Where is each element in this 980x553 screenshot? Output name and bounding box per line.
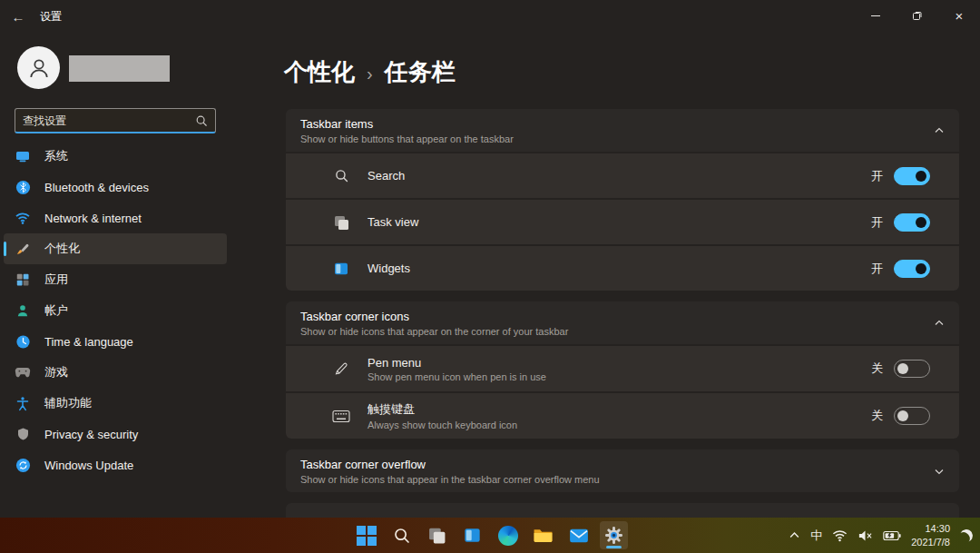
card-corner-icons: Taskbar corner icons Show or hide icons … <box>286 301 959 439</box>
search-icon <box>393 527 411 545</box>
system-tray: 中 14:30 2021/7/8 <box>789 518 973 553</box>
chevron-up-icon[interactable] <box>934 125 945 136</box>
row-label: 触摸键盘 <box>368 401 517 418</box>
sidebar-item-label: 应用 <box>44 272 68 288</box>
sidebar-item-label: 个性化 <box>44 241 80 257</box>
edge-button[interactable] <box>494 521 522 549</box>
titlebar: ← 设置 × <box>0 0 980 33</box>
section-title: Taskbar corner icons <box>300 310 934 323</box>
focus-assist-moon-icon[interactable] <box>958 528 975 544</box>
sidebar-item-label: Privacy & security <box>44 428 138 441</box>
breadcrumb-separator: › <box>367 61 373 84</box>
accessibility-icon <box>15 395 31 411</box>
sidebar-item-accessibility[interactable]: 辅助功能 <box>4 388 227 419</box>
card-corner-icons-header[interactable]: Taskbar corner icons Show or hide icons … <box>286 301 959 344</box>
row-sublabel: Always show touch keyboard icon <box>368 420 517 430</box>
card-header-text: Taskbar corner icons Show or hide icons … <box>300 310 934 337</box>
search-toggle[interactable] <box>894 167 930 185</box>
sidebar-item-time-language[interactable]: Time & language <box>4 326 227 357</box>
close-icon: × <box>956 9 964 23</box>
breadcrumb-personalization[interactable]: 个性化 <box>284 56 355 88</box>
tray-date: 2021/7/8 <box>911 536 950 548</box>
toggle-state-label: 关 <box>871 360 883 377</box>
minimize-button[interactable] <box>855 0 897 31</box>
wifi-icon[interactable] <box>832 529 848 542</box>
folder-icon <box>533 527 554 544</box>
task-view-toggle[interactable] <box>894 213 930 232</box>
row-controls: 关 <box>871 407 930 425</box>
row-controls: 关 <box>871 360 930 378</box>
settings-search-box[interactable] <box>15 108 216 133</box>
mail-button[interactable] <box>564 521 593 549</box>
settings-button[interactable] <box>600 521 628 549</box>
card-taskbar-items: Taskbar items Show or hide buttons that … <box>286 109 959 291</box>
touch-keyboard-toggle[interactable] <box>894 407 930 425</box>
row-controls: 开 <box>871 260 930 278</box>
search-input[interactable] <box>23 114 195 127</box>
chevron-down-icon[interactable] <box>934 466 945 477</box>
sidebar-item-accounts[interactable]: 帐户 <box>4 295 227 326</box>
battery-icon[interactable] <box>883 530 901 541</box>
sidebar-item-label: 帐户 <box>44 302 68 319</box>
sidebar-item-gaming[interactable]: 游戏 <box>4 357 227 388</box>
widgets-button[interactable] <box>458 521 486 549</box>
widgets-icon <box>463 526 482 545</box>
toggle-state-label: 关 <box>871 408 883 424</box>
widgets-toggle[interactable] <box>894 260 930 278</box>
sidebar-item-label: 系统 <box>44 148 68 164</box>
restore-button[interactable] <box>897 0 938 31</box>
tray-chevron-up-icon[interactable] <box>789 529 800 541</box>
row-label: Search <box>368 169 405 183</box>
brush-icon <box>15 241 31 257</box>
widgets-icon <box>331 259 351 279</box>
sidebar-item-apps[interactable]: 应用 <box>4 264 227 295</box>
row-widgets: Widgets 开 <box>286 246 959 291</box>
sidebar-item-network-internet[interactable]: Network & internet <box>4 202 227 233</box>
chevron-up-icon[interactable] <box>934 318 945 329</box>
row-text: 触摸键盘 Always show touch keyboard icon <box>368 401 517 430</box>
system-taskbar: 中 14:30 2021/7/8 <box>0 518 980 553</box>
section-title: Taskbar corner overflow <box>300 458 934 471</box>
settings-window: ← 设置 × 系统 B <box>0 0 980 553</box>
sidebar-nav: 系统 Bluetooth & devices Network & interne… <box>0 141 230 480</box>
card-corner-overflow-header[interactable]: Taskbar corner overflow Show or hide ico… <box>286 449 959 492</box>
sidebar-item-privacy-security[interactable]: Privacy & security <box>4 419 227 449</box>
toggle-knob <box>897 410 908 421</box>
apps-icon <box>15 272 31 288</box>
sidebar-item-system[interactable]: 系统 <box>4 141 227 172</box>
avatar[interactable] <box>17 46 60 89</box>
start-button[interactable] <box>352 521 380 549</box>
pen-menu-toggle[interactable] <box>894 360 930 378</box>
row-sublabel: Show pen menu icon when pen is in use <box>368 371 546 382</box>
ime-indicator[interactable]: 中 <box>810 528 822 544</box>
user-name-redacted <box>69 55 170 82</box>
section-title: Taskbar items <box>300 117 934 131</box>
restore-icon <box>912 10 923 21</box>
row-pen-menu: Pen menu Show pen menu icon when pen is … <box>286 346 959 391</box>
volume-muted-icon[interactable] <box>858 529 873 542</box>
sidebar-item-windows-update[interactable]: Windows Update <box>4 449 227 480</box>
settings-content: Taskbar items Show or hide buttons that … <box>286 109 959 553</box>
row-text: Pen menu Show pen menu icon when pen is … <box>368 356 546 382</box>
toggle-knob <box>916 171 926 182</box>
task-view-button[interactable] <box>423 521 451 549</box>
toggle-state-label: 开 <box>871 261 883 277</box>
minimize-icon <box>871 15 880 16</box>
accounts-icon <box>15 302 31 319</box>
edge-icon <box>498 526 518 546</box>
update-icon <box>15 457 31 473</box>
card-taskbar-items-header[interactable]: Taskbar items Show or hide buttons that … <box>286 109 959 152</box>
sidebar-item-personalization[interactable]: 个性化 <box>4 233 227 264</box>
taskbar-search-button[interactable] <box>387 521 416 549</box>
sidebar-item-bluetooth-devices[interactable]: Bluetooth & devices <box>4 172 227 202</box>
system-icon <box>15 148 31 164</box>
touch-keyboard-icon <box>331 406 351 426</box>
tray-clock[interactable]: 14:30 2021/7/8 <box>911 522 950 548</box>
close-button[interactable]: × <box>938 0 980 31</box>
file-explorer-button[interactable] <box>529 521 557 549</box>
card-corner-overflow: Taskbar corner overflow Show or hide ico… <box>286 449 959 492</box>
mail-icon <box>569 528 589 544</box>
taskbar-center-icons <box>352 518 628 553</box>
row-label: Task view <box>368 215 418 229</box>
back-button[interactable]: ← <box>0 0 36 33</box>
